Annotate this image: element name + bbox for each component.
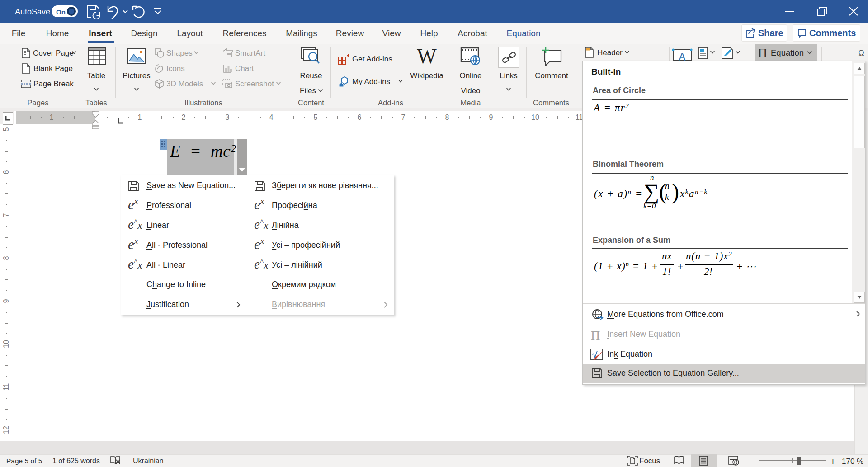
svg-text:Ω: Ω: [858, 49, 864, 58]
svg-text:A: A: [679, 51, 686, 61]
